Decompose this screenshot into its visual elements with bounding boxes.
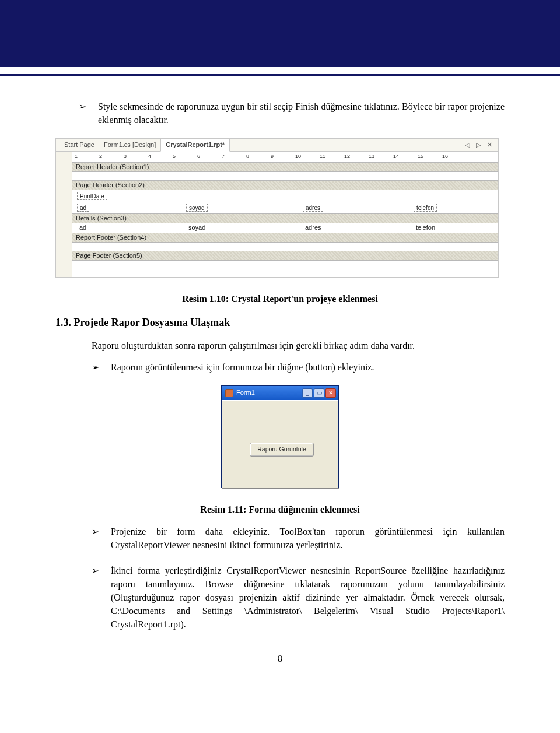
tab-start-page[interactable]: Start Page [60, 139, 99, 151]
bullet-text: Projenize bir form daha ekleyiniz. ToolB… [111, 525, 505, 552]
ruler-mark: 8 [246, 153, 271, 160]
ruler-mark: 7 [222, 153, 246, 160]
designer-surface: 1 2 3 4 5 6 7 8 9 10 11 12 13 14 15 16 [56, 152, 498, 277]
field-ad[interactable]: ad [77, 223, 89, 233]
close-button[interactable]: ✕ [326, 388, 336, 398]
tab-crystal-report[interactable]: CrystalReport1.rpt* [160, 139, 230, 152]
section-report-header[interactable]: Report Header (Section1) [72, 162, 498, 172]
field-ad-header[interactable]: ad [77, 204, 89, 212]
editor-tabbar: Start Page Form1.cs [Design] CrystalRepo… [56, 139, 498, 152]
section-details[interactable]: Details (Section3) [72, 213, 498, 223]
ruler-mark: 2 [99, 153, 124, 160]
ruler-mark: 9 [271, 153, 295, 160]
bullet-icon: ➢ [79, 100, 86, 127]
section-page-footer[interactable]: Page Footer (Section5) [72, 251, 498, 261]
section-page-header[interactable]: Page Header (Section2) [72, 180, 498, 190]
section-area[interactable] [72, 243, 498, 251]
window-titlebar[interactable]: Form1 _ ▭ ✕ [222, 386, 338, 400]
field-adres[interactable]: adres [303, 223, 324, 233]
ruler-mark: 15 [418, 153, 442, 160]
bullet-item: ➢ Raporun görüntülenmesi için formunuza … [92, 360, 505, 374]
figure-caption: Resim 1.10: Crystal Report'un projeye ek… [55, 292, 505, 306]
bullet-text: Raporun görüntülenmesi için formunuza bi… [111, 360, 505, 374]
section-heading: 1.3. Projede Rapor Dosyasına Ulaşmak [55, 315, 505, 330]
field-telefon[interactable]: telefon [414, 223, 438, 233]
bullet-item: ➢ İkinci forma yerleştirdiğiniz CrystalR… [92, 564, 505, 632]
field-soyad-header[interactable]: soyad [186, 204, 208, 212]
ruler-mark: 12 [344, 153, 369, 160]
ruler-mark: 10 [295, 153, 320, 160]
tab-form-design[interactable]: Form1.cs [Design] [99, 139, 160, 151]
horizontal-ruler: 1 2 3 4 5 6 7 8 9 10 11 12 13 14 15 16 [72, 152, 498, 162]
field-telefon-header[interactable]: telefon [414, 204, 437, 212]
view-report-button[interactable]: Raporu Görüntüle [250, 443, 314, 457]
ruler-mark: 14 [393, 153, 418, 160]
ruler-mark: 4 [148, 153, 173, 160]
screenshot-form1-window: Form1 _ ▭ ✕ Raporu Görüntüle [221, 385, 339, 488]
figure-caption: Resim 1.11: Forma düğmenin eklenmesi [55, 503, 505, 516]
bullet-text: Style sekmesinde de raporunuza uygun bir… [98, 100, 505, 127]
app-icon [225, 389, 233, 397]
ruler-mark: 5 [173, 153, 197, 160]
section-report-footer[interactable]: Report Footer (Section4) [72, 233, 498, 243]
field-printdate[interactable]: PrintDate [77, 192, 107, 200]
bullet-item: ➢ Style sekmesinde de raporunuza uygun b… [79, 100, 505, 127]
bullet-icon: ➢ [92, 360, 99, 374]
minimize-button[interactable]: _ [302, 388, 313, 398]
page-header-banner [0, 0, 560, 67]
ruler-mark: 6 [197, 153, 222, 160]
page-number: 8 [55, 652, 505, 665]
paragraph: Raporu oluşturduktan sonra raporun çalış… [92, 339, 505, 352]
ruler-mark: 11 [320, 153, 344, 160]
field-adres-header[interactable]: adres [303, 204, 323, 212]
bullet-text: İkinci forma yerleştirdiğiniz CrystalRep… [111, 564, 505, 632]
bullet-icon: ➢ [92, 525, 99, 552]
section-area[interactable]: ad soyad adres telefon [72, 223, 498, 233]
section-area[interactable] [72, 269, 498, 277]
vertical-ruler [56, 152, 72, 277]
field-soyad[interactable]: soyad [186, 223, 208, 233]
section-area[interactable]: PrintDate [72, 190, 498, 202]
ruler-mark: 1 [75, 153, 99, 160]
page-content: ➢ Style sekmesinde de raporunuza uygun b… [0, 76, 560, 689]
ruler-mark: 13 [369, 153, 393, 160]
tab-nav-controls[interactable]: ◁ ▷ ✕ [465, 141, 495, 150]
form-client-area: Raporu Görüntüle [222, 400, 338, 488]
section-area[interactable] [72, 261, 498, 269]
bullet-icon: ➢ [92, 564, 99, 632]
ruler-mark: 16 [442, 153, 467, 160]
maximize-button[interactable]: ▭ [314, 388, 324, 398]
screenshot-crystal-report-designer: Start Page Form1.cs [Design] CrystalRepo… [55, 138, 499, 278]
window-title: Form1 [236, 388, 255, 398]
section-area[interactable]: ad soyad adres telefon [72, 202, 498, 213]
ruler-mark: 3 [124, 153, 148, 160]
section-area[interactable] [72, 172, 498, 180]
bullet-item: ➢ Projenize bir form daha ekleyiniz. Too… [92, 525, 505, 552]
